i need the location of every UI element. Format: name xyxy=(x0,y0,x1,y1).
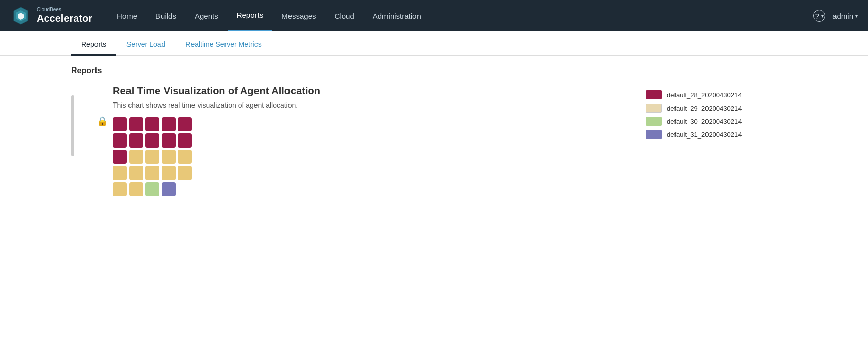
legend: default_28_20200430214 default_29_202004… xyxy=(646,90,742,139)
legend-label-31: default_31_20200430214 xyxy=(667,131,742,139)
agent-cell[interactable] xyxy=(113,182,127,196)
agent-cell xyxy=(178,182,192,196)
legend-item-29: default_29_20200430214 xyxy=(646,104,742,113)
scroll-handle[interactable] xyxy=(71,95,74,156)
legend-item-31: default_31_20200430214 xyxy=(646,130,742,139)
brand[interactable]: CloudBees Accelerator xyxy=(10,5,92,26)
agent-cell[interactable] xyxy=(162,166,176,180)
nav-messages[interactable]: Messages xyxy=(272,0,325,31)
user-menu[interactable]: admin ▾ xyxy=(832,12,858,20)
chart-desc: This chart shows real time visualization… xyxy=(113,101,320,109)
legend-color-28 xyxy=(646,90,662,99)
tabs-bar: Reports Server Load Realtime Server Metr… xyxy=(0,31,868,56)
user-label: admin xyxy=(832,12,853,20)
chart-container: 🔒 Real Time Visualization of Agent Alloc… xyxy=(71,85,797,196)
legend-color-30 xyxy=(646,117,662,126)
brand-text: CloudBees Accelerator xyxy=(37,7,92,24)
brand-name: Accelerator xyxy=(37,12,92,24)
agent-cell[interactable] xyxy=(145,133,159,148)
agent-cell[interactable] xyxy=(162,150,176,164)
lock-icon: 🔒 xyxy=(97,116,108,127)
agent-grid xyxy=(113,117,320,196)
nav-links: Home Builds Agents Reports Messages Clou… xyxy=(108,0,813,31)
help-button[interactable]: ? ▾ xyxy=(813,10,825,22)
main-content: Reports 🔒 Real Time Visualization of Age… xyxy=(0,56,868,342)
agent-cell[interactable] xyxy=(129,166,143,180)
agent-cell[interactable] xyxy=(178,117,192,131)
agent-cell[interactable] xyxy=(113,133,127,148)
nav-administration[interactable]: Administration xyxy=(364,0,430,31)
nav-builds[interactable]: Builds xyxy=(146,0,185,31)
brand-sub: CloudBees xyxy=(37,7,92,12)
legend-label-30: default_30_20200430214 xyxy=(667,118,742,125)
agent-cell[interactable] xyxy=(129,182,143,196)
legend-color-31 xyxy=(646,130,662,139)
agent-cell[interactable] xyxy=(145,150,159,164)
agent-cell[interactable] xyxy=(129,133,143,148)
nav-cloud[interactable]: Cloud xyxy=(326,0,364,31)
agent-cell[interactable] xyxy=(178,166,192,180)
chart-title: Real Time Visualization of Agent Allocat… xyxy=(113,85,320,97)
tab-reports[interactable]: Reports xyxy=(71,34,116,56)
chart-body: Real Time Visualization of Agent Allocat… xyxy=(113,85,320,196)
agent-cell[interactable] xyxy=(145,117,159,131)
agent-cell[interactable] xyxy=(129,150,143,164)
agent-cell[interactable] xyxy=(129,117,143,131)
agent-cell[interactable] xyxy=(145,182,159,196)
legend-label-29: default_29_20200430214 xyxy=(667,105,742,112)
help-dropdown-icon: ▾ xyxy=(821,13,824,19)
chart-left: 🔒 Real Time Visualization of Agent Alloc… xyxy=(97,85,320,196)
legend-color-29 xyxy=(646,104,662,113)
brand-logo-icon xyxy=(10,5,31,26)
agent-cell[interactable] xyxy=(113,166,127,180)
legend-label-28: default_28_20200430214 xyxy=(667,91,742,99)
nav-agents[interactable]: Agents xyxy=(185,0,228,31)
nav-reports[interactable]: Reports xyxy=(228,0,273,31)
agent-cell[interactable] xyxy=(162,117,176,131)
agent-cell[interactable] xyxy=(113,150,127,164)
tab-realtime-server-metrics[interactable]: Realtime Server Metrics xyxy=(175,34,271,56)
nav-home[interactable]: Home xyxy=(108,0,146,31)
agent-cell[interactable] xyxy=(145,166,159,180)
section-title: Reports xyxy=(71,66,797,75)
agent-cell[interactable] xyxy=(162,133,176,148)
legend-item-28: default_28_20200430214 xyxy=(646,90,742,99)
agent-cell[interactable] xyxy=(162,182,176,196)
agent-cell[interactable] xyxy=(178,133,192,148)
user-dropdown-icon: ▾ xyxy=(855,13,858,19)
agent-cell[interactable] xyxy=(178,150,192,164)
tab-server-load[interactable]: Server Load xyxy=(116,34,175,56)
navbar: CloudBees Accelerator Home Builds Agents… xyxy=(0,0,868,31)
legend-item-30: default_30_20200430214 xyxy=(646,117,742,126)
nav-right: ? ▾ admin ▾ xyxy=(813,10,858,22)
help-icon: ? xyxy=(815,12,819,20)
agent-cell[interactable] xyxy=(113,117,127,131)
